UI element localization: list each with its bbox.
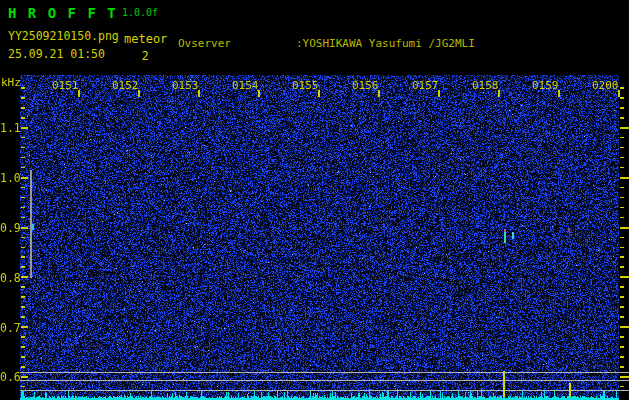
freq-minor-tick-right [620, 266, 624, 268]
freq-minor-tick-right [620, 286, 624, 288]
freq-minor-tick-right [620, 187, 624, 189]
freq-minor-tick-right [620, 356, 624, 358]
freq-minor-tick-right [620, 316, 624, 318]
calibration-bar [30, 170, 32, 278]
info-row-observer: Ovserver :YOSHIKAWA Yasufumi /JG2MLI [178, 37, 607, 51]
time-tick-label: 0154 [232, 79, 259, 92]
freq-major-tick-right [620, 376, 629, 378]
freq-major-tick-left [21, 376, 28, 378]
freq-major-tick-left [21, 227, 28, 229]
freq-minor-tick-right [620, 107, 624, 109]
meteor-count: 2 [124, 49, 166, 63]
freq-minor-tick-left [21, 316, 25, 318]
observation-mode: meteor [124, 32, 166, 46]
freq-minor-tick-left [21, 346, 25, 348]
output-filename: YY2509210150.png [8, 29, 119, 43]
freq-tick-label: 1.0 [0, 171, 20, 185]
hrofft-window: H R O F F T 1.0.0f YY2509210150.png mete… [0, 0, 629, 400]
meteor-event-marker [569, 383, 571, 397]
freq-tick-label: 0.6 [0, 370, 20, 384]
freq-minor-tick-right [620, 237, 624, 239]
app-version: 1.0.0f [122, 7, 158, 18]
freq-minor-tick-left [21, 167, 25, 169]
freq-minor-tick-left [21, 247, 25, 249]
freq-minor-tick-left [21, 296, 25, 298]
freq-minor-tick-right [620, 207, 624, 209]
freq-minor-tick-left [21, 87, 25, 89]
app-title: H R O F F T [8, 5, 117, 21]
freq-major-tick-right [620, 227, 629, 229]
freq-minor-tick-left [21, 266, 25, 268]
freq-minor-tick-left [21, 386, 25, 388]
freq-minor-tick-right [620, 217, 624, 219]
freq-minor-tick-left [21, 197, 25, 199]
freq-minor-tick-right [620, 137, 624, 139]
freq-minor-tick-left [21, 137, 25, 139]
time-tick-label: 0153 [172, 79, 199, 92]
freq-minor-tick-right [620, 306, 624, 308]
freq-minor-tick-right [620, 346, 624, 348]
freq-minor-tick-right [620, 386, 624, 388]
freq-major-tick-right [620, 177, 629, 179]
freq-minor-tick-left [21, 147, 25, 149]
freq-major-tick-right [620, 276, 629, 278]
capture-datetime: 25.09.21 01:50 [8, 47, 105, 61]
freq-major-tick-left [21, 326, 28, 328]
freq-minor-tick-left [21, 256, 25, 258]
time-tick-label: 0155 [292, 79, 319, 92]
freq-minor-tick-right [620, 147, 624, 149]
time-tick-label: 0151 [52, 79, 79, 92]
freq-minor-tick-left [21, 187, 25, 189]
freq-minor-tick-right [620, 256, 624, 258]
freq-minor-tick-left [21, 286, 25, 288]
freq-minor-tick-left [21, 157, 25, 159]
baseline-line [20, 372, 629, 373]
freq-minor-tick-left [21, 237, 25, 239]
freq-major-tick-right [620, 127, 629, 129]
time-tick-label: 0156 [352, 79, 379, 92]
freq-major-tick-right [620, 326, 629, 328]
baseline-line [20, 390, 629, 391]
time-tick-label: 0159 [532, 79, 559, 92]
freq-minor-tick-right [620, 87, 624, 89]
info-label: Ovserver [178, 37, 296, 51]
freq-minor-tick-right [620, 197, 624, 199]
freq-minor-tick-left [21, 366, 25, 368]
freq-minor-tick-right [620, 336, 624, 338]
info-value: :YOSHIKAWA Yasufumi /JG2MLI [296, 37, 475, 51]
freq-minor-tick-left [21, 97, 25, 99]
freq-axis-unit: kHz [1, 76, 21, 89]
spectrogram-canvas [20, 75, 619, 400]
time-tick-label: 0200 [592, 79, 619, 92]
freq-minor-tick-left [21, 336, 25, 338]
freq-minor-tick-right [620, 167, 624, 169]
freq-minor-tick-right [620, 247, 624, 249]
freq-minor-tick-right [620, 97, 624, 99]
freq-minor-tick-left [21, 306, 25, 308]
freq-minor-tick-right [620, 296, 624, 298]
baseline-line [20, 380, 629, 381]
freq-minor-tick-right [620, 366, 624, 368]
freq-tick-label: 0.9 [0, 221, 20, 235]
time-tick-label: 0152 [112, 79, 139, 92]
freq-minor-tick-right [620, 117, 624, 119]
meteor-event-marker [503, 371, 505, 397]
freq-tick-label: 0.8 [0, 271, 20, 285]
freq-minor-tick-right [620, 157, 624, 159]
freq-tick-label: 1.1 [0, 121, 20, 135]
freq-minor-tick-left [21, 117, 25, 119]
freq-minor-tick-left [21, 107, 25, 109]
freq-major-tick-left [21, 127, 28, 129]
freq-minor-tick-left [21, 217, 25, 219]
freq-minor-tick-left [21, 356, 25, 358]
freq-major-tick-left [21, 276, 28, 278]
time-tick-label: 0157 [412, 79, 439, 92]
freq-major-tick-left [21, 177, 28, 179]
time-tick-label: 0158 [472, 79, 499, 92]
freq-minor-tick-left [21, 207, 25, 209]
freq-tick-label: 0.7 [0, 321, 20, 335]
